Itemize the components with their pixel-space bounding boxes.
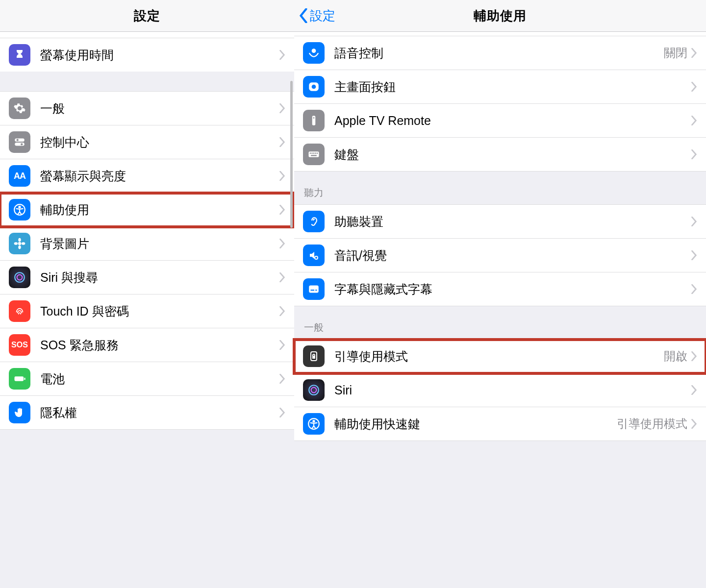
row-display[interactable]: AA 螢幕顯示與亮度 xyxy=(0,159,294,193)
chevron-right-icon xyxy=(691,82,697,92)
row-sos[interactable]: SOS SOS 緊急服務 xyxy=(0,328,294,362)
svg-rect-24 xyxy=(315,153,316,154)
row-guided-access[interactable]: 引導使用模式 開啟 xyxy=(294,340,706,373)
row-label: 一般 xyxy=(40,100,279,117)
accessibility-pane: 設定 輔助使用 語音控制 關閉 主畫面按鈕 xyxy=(294,0,706,588)
partial-row xyxy=(0,32,294,38)
group-header-hearing: 聽力 xyxy=(294,172,706,204)
row-label: 助聽裝置 xyxy=(334,214,691,230)
row-accessibility[interactable]: 輔助使用 xyxy=(0,193,294,227)
row-appletv-remote[interactable]: Apple TV Remote xyxy=(294,104,706,138)
row-label: 輔助使用 xyxy=(40,202,279,218)
row-label: SOS 緊急服務 xyxy=(40,337,279,353)
svg-rect-0 xyxy=(15,138,25,142)
row-screen-time[interactable]: 螢幕使用時間 xyxy=(0,38,294,72)
row-siri[interactable]: Siri 與搜尋 xyxy=(0,261,294,294)
group-header-general: 一般 xyxy=(294,306,706,339)
row-label: 音訊/視覺 xyxy=(334,247,691,264)
row-hearing-devices[interactable]: 助聽裝置 xyxy=(294,205,706,239)
svg-point-34 xyxy=(309,385,319,395)
chevron-right-icon xyxy=(691,351,697,361)
row-siri-accessibility[interactable]: Siri xyxy=(294,373,706,407)
chevron-right-icon xyxy=(279,137,285,147)
row-label: 電池 xyxy=(40,371,279,387)
row-label: 輔助使用快速鍵 xyxy=(334,416,617,432)
group-hearing: 助聽裝置 音訊/視覺 字幕與隱藏式字幕 xyxy=(294,204,706,306)
chevron-right-icon xyxy=(279,272,285,282)
voice-control-icon xyxy=(303,42,325,64)
row-accessibility-shortcut[interactable]: 輔助使用快速鍵 引導使用模式 xyxy=(294,407,706,441)
row-home-button[interactable]: 主畫面按鈕 xyxy=(294,70,706,104)
row-label: 鍵盤 xyxy=(334,147,691,163)
svg-point-19 xyxy=(313,117,315,119)
svg-point-17 xyxy=(312,85,316,89)
svg-point-35 xyxy=(311,388,317,393)
subtitles-icon xyxy=(303,278,325,300)
row-value: 引導使用模式 xyxy=(617,416,687,432)
row-label: 背景圖片 xyxy=(40,236,279,252)
row-label: 控制中心 xyxy=(40,134,279,150)
svg-point-10 xyxy=(22,242,25,245)
chevron-right-icon xyxy=(279,205,285,215)
group-physical: 語音控制 關閉 主畫面按鈕 Apple TV Remote xyxy=(294,32,706,172)
svg-rect-23 xyxy=(313,153,314,154)
row-keyboard[interactable]: 鍵盤 xyxy=(294,138,706,171)
svg-point-6 xyxy=(18,242,22,245)
chevron-right-icon xyxy=(279,374,285,384)
fingerprint-icon xyxy=(9,300,30,322)
row-subtitles[interactable]: 字幕與隱藏式字幕 xyxy=(294,272,706,306)
svg-point-2 xyxy=(17,139,19,141)
row-wallpaper[interactable]: 背景圖片 xyxy=(0,227,294,261)
chevron-right-icon xyxy=(279,50,285,60)
row-label: Touch ID 與密碼 xyxy=(40,303,279,319)
svg-rect-14 xyxy=(24,378,25,380)
svg-point-12 xyxy=(17,275,23,280)
svg-rect-31 xyxy=(315,290,317,291)
gear-icon xyxy=(9,98,30,119)
svg-point-9 xyxy=(14,242,18,245)
chevron-right-icon xyxy=(691,385,697,395)
svg-rect-1 xyxy=(15,143,25,146)
row-general[interactable]: 一般 xyxy=(0,92,294,125)
svg-point-8 xyxy=(18,245,21,249)
svg-point-28 xyxy=(315,257,317,259)
audio-visual-icon xyxy=(303,245,325,266)
group-gap xyxy=(0,430,294,449)
svg-point-15 xyxy=(312,49,316,53)
row-label: 螢幕使用時間 xyxy=(40,47,279,63)
svg-point-3 xyxy=(21,143,23,145)
partial-row xyxy=(294,32,706,36)
settings-pane: 設定 螢幕使用時間 一般 xyxy=(0,0,294,588)
chevron-right-icon xyxy=(691,116,697,125)
accessibility-title: 輔助使用 xyxy=(294,7,706,24)
row-label: 螢幕顯示與亮度 xyxy=(40,168,279,184)
chevron-right-icon xyxy=(279,408,285,417)
row-audio-visual[interactable]: 音訊/視覺 xyxy=(294,239,706,272)
hourglass-icon xyxy=(9,44,30,66)
svg-rect-30 xyxy=(311,290,315,291)
row-control-center[interactable]: 控制中心 xyxy=(0,125,294,159)
accessibility-icon xyxy=(9,199,30,220)
scrollbar[interactable] xyxy=(290,81,293,228)
text-size-icon: AA xyxy=(9,165,30,187)
chevron-right-icon xyxy=(691,48,697,58)
row-touchid[interactable]: Touch ID 與密碼 xyxy=(0,294,294,328)
row-label: 隱私權 xyxy=(40,405,279,421)
settings-navbar: 設定 xyxy=(0,0,294,32)
svg-point-37 xyxy=(313,420,314,422)
chevron-right-icon xyxy=(279,103,285,113)
row-battery[interactable]: 電池 xyxy=(0,362,294,396)
chevron-right-icon xyxy=(279,306,285,316)
chevron-right-icon xyxy=(691,217,697,226)
svg-rect-13 xyxy=(15,376,24,381)
flower-icon xyxy=(9,233,30,254)
svg-point-11 xyxy=(15,272,25,282)
row-privacy[interactable]: 隱私權 xyxy=(0,396,294,429)
chevron-right-icon xyxy=(691,250,697,260)
svg-rect-33 xyxy=(313,356,315,358)
remote-icon xyxy=(303,110,325,131)
row-label: 引導使用模式 xyxy=(334,348,664,365)
home-button-icon xyxy=(303,76,325,98)
row-voice-control[interactable]: 語音控制 關閉 xyxy=(294,36,706,70)
svg-point-5 xyxy=(19,206,20,208)
